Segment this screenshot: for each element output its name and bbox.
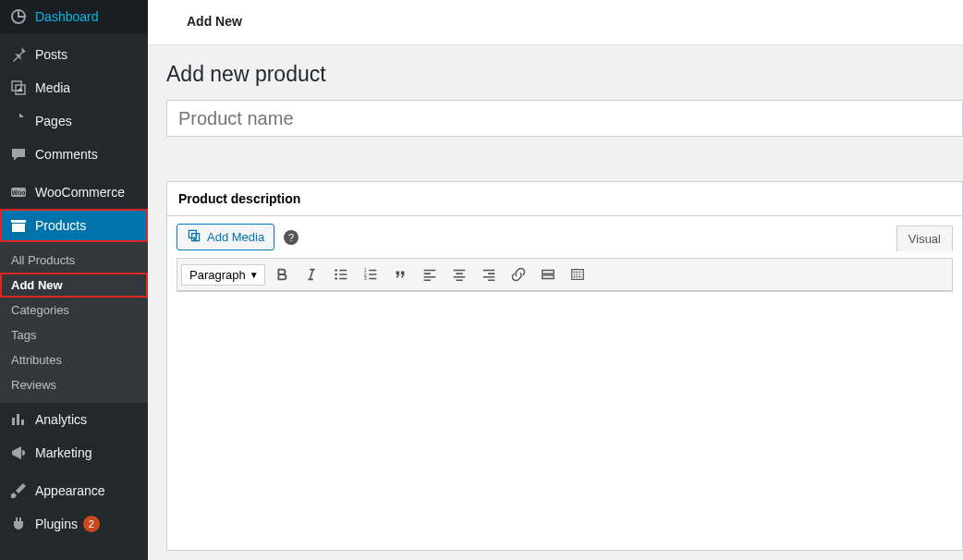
align-left-button[interactable] xyxy=(417,262,443,287)
submenu-reviews[interactable]: Reviews xyxy=(0,372,148,397)
pages-icon xyxy=(9,112,28,130)
sidebar-item-pages[interactable]: Pages xyxy=(0,104,148,138)
svg-point-4 xyxy=(335,274,337,276)
align-right-button[interactable] xyxy=(476,262,502,287)
svg-point-3 xyxy=(335,269,337,272)
sidebar-item-label: Media xyxy=(35,80,70,95)
sidebar-item-plugins[interactable]: Plugins 2 xyxy=(0,507,148,541)
product-description-box: Product description Add Media ? Visual P… xyxy=(166,181,963,551)
italic-button[interactable] xyxy=(299,262,324,287)
product-name-input[interactable] xyxy=(166,100,963,137)
sidebar-item-analytics[interactable]: Analytics xyxy=(0,403,148,436)
add-media-button[interactable]: Add Media xyxy=(177,224,274,250)
numbered-list-button[interactable]: 123 xyxy=(358,262,384,287)
brush-icon xyxy=(9,481,28,500)
sidebar-item-label: Appearance xyxy=(35,483,105,498)
sidebar-item-label: Posts xyxy=(35,47,67,62)
media-icon xyxy=(187,228,201,246)
main-content: Add New Add new product Product descript… xyxy=(148,0,963,560)
submenu-attributes[interactable]: Attributes xyxy=(0,347,148,372)
plugins-update-badge: 2 xyxy=(83,516,100,532)
plugin-icon xyxy=(9,515,28,533)
svg-point-5 xyxy=(335,277,337,280)
products-submenu: All Products Add New Categories Tags Att… xyxy=(0,242,148,403)
analytics-icon xyxy=(9,410,28,429)
dashboard-icon xyxy=(9,7,28,26)
bold-button[interactable] xyxy=(269,262,295,287)
submenu-add-new[interactable]: Add New xyxy=(0,273,148,298)
link-button[interactable] xyxy=(506,262,531,287)
editor-tab-visual[interactable]: Visual xyxy=(896,225,953,251)
sidebar-item-label: Dashboard xyxy=(35,9,99,24)
top-bar: Add New xyxy=(148,0,963,45)
sidebar-item-label: Products xyxy=(35,218,86,233)
tinymce-toolbar: Paragraph ▼ 123 xyxy=(177,258,953,291)
help-icon[interactable]: ? xyxy=(284,230,299,245)
add-media-label: Add Media xyxy=(207,230,264,244)
sidebar-item-label: Pages xyxy=(35,114,72,128)
submenu-categories[interactable]: Categories xyxy=(0,298,148,323)
archive-icon xyxy=(9,216,28,235)
sidebar-item-media[interactable]: Media xyxy=(0,71,148,104)
megaphone-icon xyxy=(9,444,28,462)
sidebar-item-posts[interactable]: Posts xyxy=(0,38,148,71)
sidebar-item-comments[interactable]: Comments xyxy=(0,138,148,171)
sidebar-item-appearance[interactable]: Appearance xyxy=(0,474,148,507)
bulleted-list-button[interactable] xyxy=(328,262,354,287)
svg-text:Woo: Woo xyxy=(11,189,25,196)
sidebar-item-label: Marketing xyxy=(35,445,91,460)
editor-panel-title: Product description xyxy=(167,182,962,216)
blockquote-button[interactable] xyxy=(387,262,413,287)
woocommerce-icon: Woo xyxy=(9,183,28,201)
svg-text:3: 3 xyxy=(364,275,367,281)
admin-sidebar: Dashboard Posts Media Pages Comments Woo… xyxy=(0,0,148,560)
toolbar-toggle-button[interactable] xyxy=(565,262,591,287)
media-icon xyxy=(9,79,28,97)
sidebar-item-dashboard[interactable]: Dashboard xyxy=(0,0,148,33)
pin-icon xyxy=(9,45,28,64)
read-more-button[interactable] xyxy=(535,262,561,287)
product-description-editor[interactable] xyxy=(177,291,953,541)
format-select-value: Paragraph xyxy=(189,268,246,282)
sidebar-item-marketing[interactable]: Marketing xyxy=(0,436,148,469)
comments-icon xyxy=(9,145,28,164)
submenu-tags[interactable]: Tags xyxy=(0,323,148,347)
sidebar-item-woocommerce[interactable]: Woo WooCommerce xyxy=(0,176,148,209)
submenu-all-products[interactable]: All Products xyxy=(0,248,148,273)
chevron-down-icon: ▼ xyxy=(250,270,259,280)
sidebar-item-label: Analytics xyxy=(35,412,87,427)
topbar-tab-add-new[interactable]: Add New xyxy=(166,14,242,29)
align-center-button[interactable] xyxy=(446,262,472,287)
svg-point-2 xyxy=(195,235,197,237)
format-select[interactable]: Paragraph ▼ xyxy=(181,264,265,286)
page-title: Add new product xyxy=(166,62,963,87)
sidebar-item-label: Comments xyxy=(35,147,98,162)
sidebar-item-products[interactable]: Products xyxy=(0,209,148,242)
sidebar-item-label: Plugins xyxy=(35,517,78,531)
sidebar-item-label: WooCommerce xyxy=(35,185,125,200)
